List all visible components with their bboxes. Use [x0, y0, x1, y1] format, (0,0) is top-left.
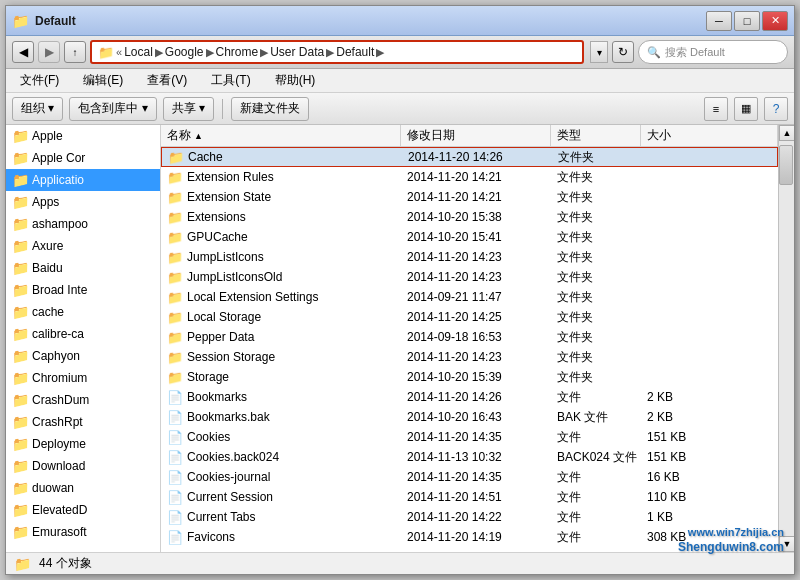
sidebar-label-axure: Axure: [32, 239, 63, 253]
menu-help[interactable]: 帮助(H): [267, 70, 324, 91]
table-row[interactable]: 📄 Bookmarks.bak 2014-10-20 16:43 BAK 文件 …: [161, 407, 778, 427]
file-type: 文件夹: [551, 367, 641, 387]
window-title: Default: [35, 14, 706, 28]
scroll-down-button[interactable]: ▼: [779, 536, 794, 552]
folder-icon: 📁: [12, 414, 28, 430]
share-button[interactable]: 共享 ▾: [163, 97, 214, 121]
table-row[interactable]: 📄 Cookies 2014-11-20 14:35 文件 151 KB: [161, 427, 778, 447]
refresh-button[interactable]: ↻: [612, 41, 634, 63]
col-header-type[interactable]: 类型: [551, 125, 641, 146]
table-row[interactable]: 📁 Extensions 2014-10-20 15:38 文件夹: [161, 207, 778, 227]
table-row[interactable]: 📄 Current Session 2014-11-20 14:51 文件 11…: [161, 487, 778, 507]
file-type: BACK024 文件: [551, 447, 641, 467]
sidebar-item-baidu[interactable]: 📁 Baidu: [6, 257, 160, 279]
table-row[interactable]: 📁 JumpListIconsOld 2014-11-20 14:23 文件夹: [161, 267, 778, 287]
menu-file[interactable]: 文件(F): [12, 70, 67, 91]
file-type: 文件夹: [551, 247, 641, 267]
window-controls: ─ □ ✕: [706, 11, 788, 31]
scroll-up-button[interactable]: ▲: [779, 125, 794, 141]
folder-icon: 📁: [12, 260, 28, 276]
minimize-button[interactable]: ─: [706, 11, 732, 31]
sidebar-item-ashampoo[interactable]: 📁 ashampoo: [6, 213, 160, 235]
sidebar-label-calibre: calibre-ca: [32, 327, 84, 341]
sidebar-item-duowan[interactable]: 📁 duowan: [6, 477, 160, 499]
file-type: 文件: [551, 427, 641, 447]
scrollbar[interactable]: ▲ ▼: [778, 125, 794, 552]
table-row[interactable]: 📁 GPUCache 2014-10-20 15:41 文件夹: [161, 227, 778, 247]
sidebar-item-applicatio[interactable]: 📁 Applicatio: [6, 169, 160, 191]
table-row[interactable]: 📁 Local Extension Settings 2014-09-21 11…: [161, 287, 778, 307]
table-row[interactable]: 📁 Extension Rules 2014-11-20 14:21 文件夹: [161, 167, 778, 187]
table-row[interactable]: 📄 Bookmarks 2014-11-20 14:26 文件 2 KB: [161, 387, 778, 407]
folder-icon: 📁: [12, 216, 28, 232]
table-row[interactable]: 📄 Cookies-journal 2014-11-20 14:35 文件 16…: [161, 467, 778, 487]
table-row[interactable]: 📁 Cache 2014-11-20 14:26 文件夹: [161, 147, 778, 167]
file-size: [641, 167, 778, 187]
table-row[interactable]: 📁 Storage 2014-10-20 15:39 文件夹: [161, 367, 778, 387]
sidebar-item-apple[interactable]: 📁 Apple: [6, 125, 160, 147]
file-size: [641, 207, 778, 227]
view-details-button[interactable]: ≡: [704, 97, 728, 121]
table-row[interactable]: 📄 Favicons 2014-11-20 14:19 文件 308 KB: [161, 527, 778, 547]
sidebar-item-elevatedd[interactable]: 📁 ElevatedD: [6, 499, 160, 521]
file-size: [641, 187, 778, 207]
forward-button[interactable]: ▶: [38, 41, 60, 63]
file-type: 文件夹: [551, 227, 641, 247]
file-name: 📁 Session Storage: [161, 347, 401, 367]
file-icon: 📄: [167, 490, 183, 505]
sidebar-item-axure[interactable]: 📁 Axure: [6, 235, 160, 257]
table-row[interactable]: 📁 Session Storage 2014-11-20 14:23 文件夹: [161, 347, 778, 367]
addr-google: Google: [165, 45, 204, 59]
menu-view[interactable]: 查看(V): [139, 70, 195, 91]
sidebar-item-crashdum[interactable]: 📁 CrashDum: [6, 389, 160, 411]
close-button[interactable]: ✕: [762, 11, 788, 31]
sidebar-item-apps[interactable]: 📁 Apps: [6, 191, 160, 213]
file-date: 2014-11-20 14:23: [401, 247, 551, 267]
sidebar-item-crashrpt[interactable]: 📁 CrashRpt: [6, 411, 160, 433]
file-icon: 📄: [167, 450, 183, 465]
sidebar-item-calibre[interactable]: 📁 calibre-ca: [6, 323, 160, 345]
file-name: 📄 Favicons: [161, 527, 401, 547]
col-header-name[interactable]: 名称 ▲: [161, 125, 401, 146]
sidebar-item-emurasoft[interactable]: 📁 Emurasoft: [6, 521, 160, 543]
title-bar: 📁 Default ─ □ ✕: [6, 6, 794, 36]
sidebar-item-caphyon[interactable]: 📁 Caphyon: [6, 345, 160, 367]
sidebar-item-chromium[interactable]: 📁 Chromium: [6, 367, 160, 389]
sidebar-label-apps: Apps: [32, 195, 59, 209]
sidebar-item-cache[interactable]: 📁 cache: [6, 301, 160, 323]
back-button[interactable]: ◀: [12, 41, 34, 63]
file-name: 📄 Cookies-journal: [161, 467, 401, 487]
help-icon-button[interactable]: ?: [764, 97, 788, 121]
file-name: 📄 Bookmarks.bak: [161, 407, 401, 427]
file-icon: 📄: [167, 410, 183, 425]
menu-edit[interactable]: 编辑(E): [75, 70, 131, 91]
col-header-size[interactable]: 大小: [641, 125, 778, 146]
table-row[interactable]: 📄 Cookies.back024 2014-11-13 10:32 BACK0…: [161, 447, 778, 467]
sidebar-item-deployme[interactable]: 📁 Deployme: [6, 433, 160, 455]
view-icons-button[interactable]: ▦: [734, 97, 758, 121]
table-row[interactable]: 📁 Pepper Data 2014-09-18 16:53 文件夹: [161, 327, 778, 347]
search-box[interactable]: 🔍 搜索 Default: [638, 40, 788, 64]
new-folder-button[interactable]: 新建文件夹: [231, 97, 309, 121]
scroll-thumb[interactable]: [779, 145, 793, 185]
file-date: 2014-10-20 15:39: [401, 367, 551, 387]
include-button[interactable]: 包含到库中 ▾: [69, 97, 156, 121]
table-row[interactable]: 📁 Extension State 2014-11-20 14:21 文件夹: [161, 187, 778, 207]
sidebar-item-broad[interactable]: 📁 Broad Inte: [6, 279, 160, 301]
scroll-track[interactable]: [779, 141, 794, 536]
organize-button[interactable]: 组织 ▾: [12, 97, 63, 121]
table-row[interactable]: 📄 Current Tabs 2014-11-20 14:22 文件 1 KB: [161, 507, 778, 527]
table-row[interactable]: 📁 Local Storage 2014-11-20 14:25 文件夹: [161, 307, 778, 327]
up-button[interactable]: ↑: [64, 41, 86, 63]
address-box[interactable]: 📁 « Local ▶ Google ▶ Chrome ▶ User Data …: [90, 40, 584, 64]
folder-icon: 📁: [12, 326, 28, 342]
file-date: 2014-11-20 14:25: [401, 307, 551, 327]
file-size: 16 KB: [641, 467, 778, 487]
menu-tools[interactable]: 工具(T): [203, 70, 258, 91]
col-header-date[interactable]: 修改日期: [401, 125, 551, 146]
maximize-button[interactable]: □: [734, 11, 760, 31]
sidebar-item-applecor[interactable]: 📁 Apple Cor: [6, 147, 160, 169]
table-row[interactable]: 📁 JumpListIcons 2014-11-20 14:23 文件夹: [161, 247, 778, 267]
sidebar-item-download[interactable]: 📁 Download: [6, 455, 160, 477]
address-dropdown[interactable]: ▾: [590, 41, 608, 63]
